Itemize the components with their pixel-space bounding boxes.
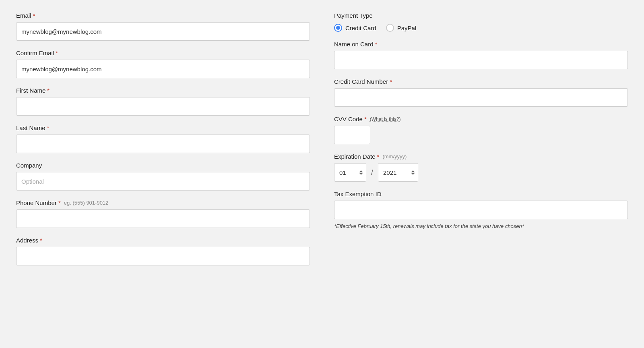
phone-label: Phone Number * eg. (555) 901-9012 (16, 199, 310, 206)
credit-card-dot (336, 26, 340, 30)
company-input[interactable] (16, 172, 310, 191)
paypal-option[interactable]: PayPal (386, 24, 417, 32)
email-group: Email * (16, 12, 310, 41)
expiration-format-hint: (mm/yyyy) (382, 153, 407, 160)
credit-card-label: Credit Card (345, 25, 376, 31)
last-name-label-text: Last Name (16, 124, 45, 131)
credit-card-radio[interactable] (334, 24, 342, 32)
year-wrapper: 2021202220232024 2025202620272028 (378, 163, 418, 182)
address-input[interactable] (16, 247, 310, 265)
paypal-radio[interactable] (386, 24, 394, 32)
cvv-input[interactable] (334, 126, 370, 144)
company-label-text: Company (16, 162, 42, 169)
expiration-row: 01020304 05060708 09101112 / 20212022202… (334, 163, 628, 182)
paypal-label: PayPal (397, 25, 417, 31)
cvv-label-text: CVV Code (334, 116, 363, 122)
email-input[interactable] (16, 22, 310, 41)
first-name-label: First Name * (16, 87, 310, 94)
confirm-email-input[interactable] (16, 60, 310, 78)
expiration-required: * (377, 153, 380, 160)
confirm-email-label-text: Confirm Email (16, 50, 54, 56)
first-name-group: First Name * (16, 87, 310, 116)
company-group: Company (16, 162, 310, 191)
confirm-email-label: Confirm Email * (16, 50, 310, 56)
tax-exemption-label: Tax Exemption ID (334, 191, 628, 197)
expiration-slash: / (370, 168, 374, 177)
credit-card-option[interactable]: Credit Card (334, 24, 376, 32)
last-name-input[interactable] (16, 135, 310, 153)
email-label-text: Email (16, 12, 31, 19)
credit-card-number-label-text: Credit Card Number (334, 78, 388, 85)
last-name-label: Last Name * (16, 124, 310, 131)
phone-group: Phone Number * eg. (555) 901-9012 (16, 199, 310, 228)
cvv-label: CVV Code * (What is this?) (334, 116, 628, 122)
payment-type-label: Payment Type (334, 12, 628, 19)
phone-input[interactable] (16, 209, 310, 228)
cvv-what-is-this[interactable]: (What is this?) (370, 116, 401, 122)
first-name-required: * (47, 87, 50, 94)
confirm-email-group: Confirm Email * (16, 50, 310, 78)
last-name-group: Last Name * (16, 124, 310, 153)
year-select[interactable]: 2021202220232024 2025202620272028 (378, 163, 418, 182)
name-on-card-label-text: Name on Card (334, 41, 374, 48)
phone-required: * (58, 199, 61, 206)
month-wrapper: 01020304 05060708 09101112 (334, 163, 366, 182)
email-required: * (33, 12, 35, 19)
tax-note: *Effective February 15th, renewals may i… (334, 222, 628, 230)
name-on-card-input[interactable] (334, 51, 628, 69)
address-group: Address * (16, 237, 310, 265)
email-label: Email * (16, 12, 310, 19)
company-label: Company (16, 162, 310, 169)
name-on-card-group: Name on Card * (334, 41, 628, 69)
expiration-label: Expiration Date * (mm/yyyy) (334, 153, 628, 160)
right-column: Payment Type Credit Card PayPal Name on … (334, 12, 628, 274)
credit-card-number-group: Credit Card Number * (334, 78, 628, 107)
payment-type-section: Payment Type Credit Card PayPal (334, 12, 628, 32)
name-on-card-label: Name on Card * (334, 41, 628, 48)
left-column: Email * Confirm Email * First Name * Las… (16, 12, 310, 274)
form-container: Email * Confirm Email * First Name * Las… (16, 12, 628, 274)
tax-exemption-group: Tax Exemption ID *Effective February 15t… (334, 191, 628, 230)
first-name-input[interactable] (16, 97, 310, 116)
address-label-text: Address (16, 237, 38, 244)
name-on-card-required: * (375, 41, 378, 48)
last-name-required: * (47, 124, 50, 131)
first-name-label-text: First Name (16, 87, 45, 94)
credit-card-number-label: Credit Card Number * (334, 78, 628, 85)
month-select[interactable]: 01020304 05060708 09101112 (334, 163, 366, 182)
credit-card-number-input[interactable] (334, 88, 628, 107)
phone-label-text: Phone Number (16, 199, 57, 206)
expiration-group: Expiration Date * (mm/yyyy) 01020304 050… (334, 153, 628, 182)
phone-hint: eg. (555) 901-9012 (64, 200, 109, 206)
cvv-required: * (364, 116, 367, 122)
confirm-email-required: * (56, 50, 58, 56)
cvv-group: CVV Code * (What is this?) (334, 116, 628, 144)
tax-exemption-label-text: Tax Exemption ID (334, 191, 382, 197)
payment-type-radio-group: Credit Card PayPal (334, 24, 628, 32)
credit-card-number-required: * (390, 78, 392, 85)
address-required: * (40, 237, 42, 244)
tax-exemption-input[interactable] (334, 201, 628, 219)
address-label: Address * (16, 237, 310, 244)
expiration-label-text: Expiration Date (334, 153, 376, 160)
